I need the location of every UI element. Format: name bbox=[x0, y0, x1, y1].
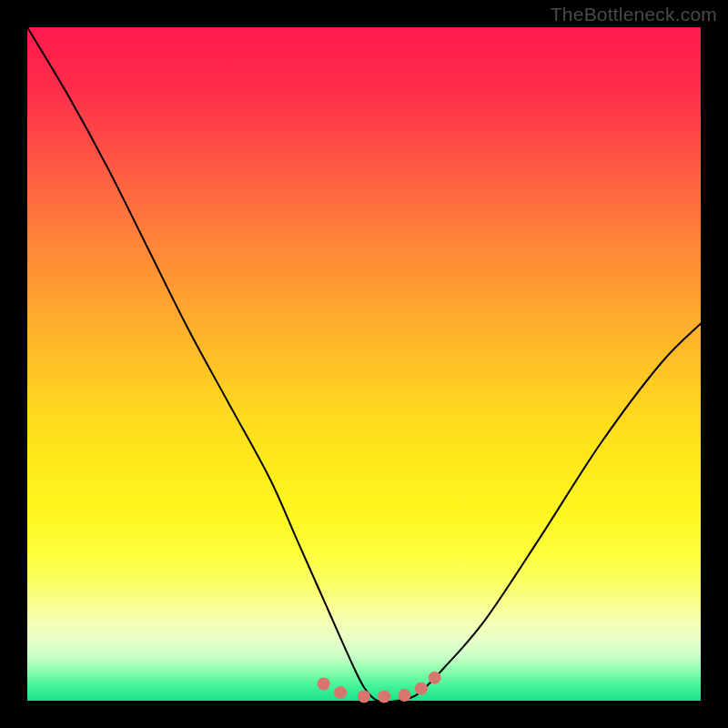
valley-marker-dot bbox=[415, 682, 428, 695]
valley-marker-dot bbox=[334, 686, 347, 699]
valley-marker-dot bbox=[378, 691, 390, 703]
valley-markers bbox=[318, 672, 441, 703]
valley-marker-dot bbox=[358, 691, 370, 703]
valley-marker-dot bbox=[429, 672, 441, 684]
bottleneck-curve bbox=[27, 27, 701, 702]
chart-frame: TheBottleneck.com bbox=[0, 0, 728, 728]
watermark-text: TheBottleneck.com bbox=[551, 4, 717, 25]
plot-area bbox=[27, 27, 701, 701]
valley-marker-dot bbox=[318, 678, 330, 691]
valley-marker-dot bbox=[398, 689, 410, 702]
curve-svg bbox=[27, 27, 701, 701]
